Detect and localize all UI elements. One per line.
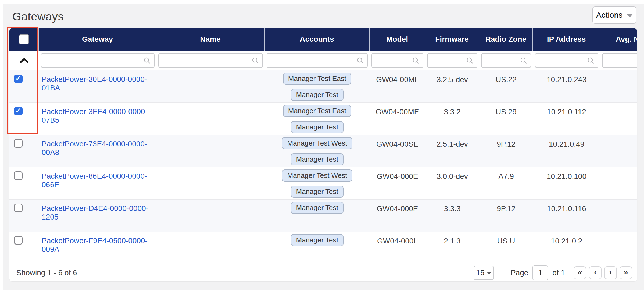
ip-address-cell: 10.21.0.116 [533, 200, 600, 232]
firmware-filter-input[interactable] [427, 53, 477, 68]
account-tag: Manager Test [291, 202, 343, 214]
avg-no-cell [600, 167, 637, 199]
account-tag: Manager Test [291, 121, 343, 133]
previous-page-button[interactable]: ‹ [589, 266, 602, 279]
avg-no-cell [600, 200, 637, 232]
table-row: PacketPower-30E4-0000-0000-01BA Manager … [9, 70, 637, 102]
chevron-right-icon: › [609, 268, 612, 277]
table-row: PacketPower-3FE4-0000-0000-07B5 Manager … [9, 102, 637, 135]
table-row: PacketPower-D4E4-0000-0000-1205 Manager … [9, 199, 637, 232]
table-row: PacketPower-73E4-0000-0000-00A8 Manager … [9, 135, 637, 167]
gateway-link[interactable]: PacketPower-86E4-0000-0000-066E [42, 172, 156, 189]
page-label: Page [511, 268, 528, 277]
accounts-cell: Manager Test West Manager Test [265, 167, 370, 199]
model-cell: GW04-00ME [370, 103, 425, 135]
table-row: PacketPower-F9E4-0500-0000-009A Manager … [9, 232, 637, 264]
firmware-cell: 2.1.3 [425, 232, 479, 264]
chevron-up-icon [20, 58, 29, 63]
name-cell [156, 167, 265, 199]
accounts-cell: Manager Test West Manager Test [265, 135, 370, 167]
row-checkbox[interactable] [14, 75, 23, 83]
firmware-cell: 3.0.0-dev [425, 167, 479, 199]
chevron-left-icon: ‹ [594, 268, 597, 277]
avg-no-cell [600, 103, 637, 135]
chevron-down-icon [627, 14, 633, 17]
gateways-page: Gateways Actions Gateway Name Accounts M… [0, 0, 644, 290]
radio-zone-cell: US.29 [479, 103, 533, 135]
page-number-input[interactable] [532, 265, 548, 280]
page-title: Gateways [12, 10, 64, 23]
ip-address-filter-input[interactable] [535, 53, 598, 68]
actions-button-label: Actions [596, 10, 622, 20]
first-page-button[interactable]: « [574, 266, 586, 279]
table-footer: Showing 1 - 6 of 6 15 Page of 1 « ‹ › » [9, 264, 637, 281]
chevron-down-icon [487, 272, 491, 275]
model-filter-input[interactable] [371, 53, 423, 68]
account-tag: Manager Test West [282, 169, 352, 182]
name-cell [156, 232, 265, 264]
page-size-select[interactable]: 15 [474, 266, 494, 280]
avg-no-cell [600, 135, 637, 167]
ip-address-cell: 10.21.0.100 [533, 167, 600, 199]
firmware-cell: 3.3.2 [425, 103, 479, 135]
row-checkbox[interactable] [14, 236, 23, 245]
name-filter-input[interactable] [158, 53, 263, 68]
account-tag: Manager Test East [283, 105, 351, 117]
gateway-link[interactable]: PacketPower-30E4-0000-0000-01BA [42, 75, 156, 92]
header-cell-model[interactable]: Model [370, 28, 425, 51]
collapse-sort-control[interactable] [11, 53, 37, 68]
account-tag: Manager Test [291, 89, 343, 101]
gateway-link[interactable]: PacketPower-F9E4-0500-0000-009A [42, 236, 156, 254]
actions-button[interactable]: Actions [592, 6, 636, 24]
row-checkbox[interactable] [14, 204, 23, 212]
name-cell [156, 103, 265, 135]
row-checkbox[interactable] [14, 171, 23, 180]
model-cell: GW04-000L [370, 232, 425, 264]
radio-zone-cell: 9P.12 [479, 200, 533, 232]
radio-zone-cell: A7.9 [479, 167, 533, 199]
row-checkbox[interactable] [14, 139, 23, 148]
gateway-filter-input[interactable] [41, 53, 155, 68]
header-cell-ip-address[interactable]: IP Address [533, 28, 600, 51]
last-page-button[interactable]: » [620, 266, 632, 279]
table-row: PacketPower-86E4-0000-0000-066E Manager … [9, 167, 637, 199]
gateway-link[interactable]: PacketPower-3FE4-0000-0000-07B5 [42, 107, 156, 125]
ip-address-cell: 10.21.0.243 [533, 70, 600, 102]
accounts-filter-input[interactable] [267, 53, 368, 68]
firmware-cell: 3.2.5-dev [425, 70, 479, 102]
accounts-cell: Manager Test East Manager Test [265, 70, 370, 102]
name-cell [156, 135, 265, 167]
model-cell: GW04-00ML [370, 70, 425, 102]
radio-zone-cell: US.U [479, 232, 533, 264]
header-cell-gateway[interactable]: Gateway [39, 28, 156, 51]
gateway-link[interactable]: PacketPower-73E4-0000-0000-00A8 [42, 140, 156, 157]
double-chevron-right-icon: » [624, 268, 628, 277]
model-cell: GW04-00SE [370, 135, 425, 167]
header-cell-avg-no[interactable]: Avg. No [600, 28, 637, 51]
filter-row [9, 51, 637, 70]
model-cell: GW04-000E [370, 200, 425, 232]
gateway-link[interactable]: PacketPower-D4E4-0000-0000-1205 [42, 204, 156, 221]
header-cell-radio-zone[interactable]: Radio Zone [479, 28, 533, 51]
account-tag: Manager Test [291, 186, 343, 198]
radio-zone-cell: 9P.12 [479, 135, 533, 167]
avg-no-cell [600, 232, 637, 264]
accounts-cell: Manager Test [265, 232, 370, 264]
ip-address-cell: 10.21.0.2 [533, 232, 600, 264]
table-header-row: Gateway Name Accounts Model Firmware Rad… [9, 28, 637, 51]
row-checkbox[interactable] [14, 107, 23, 115]
showing-count: Showing 1 - 6 of 6 [16, 268, 77, 277]
ip-address-cell: 10.21.0.49 [533, 135, 600, 167]
header-cell-select [9, 28, 39, 51]
select-all-checkbox[interactable] [19, 34, 29, 44]
next-page-button[interactable]: › [604, 266, 617, 279]
page-size-value: 15 [476, 269, 484, 277]
header-cell-name[interactable]: Name [156, 28, 265, 51]
header-cell-accounts[interactable]: Accounts [265, 28, 370, 51]
radio-zone-filter-input[interactable] [481, 53, 531, 68]
header-cell-firmware[interactable]: Firmware [425, 28, 479, 51]
ip-address-cell: 10.21.0.112 [533, 103, 600, 135]
avg-no-filter-input[interactable] [602, 53, 637, 68]
avg-no-cell [600, 70, 637, 102]
account-tag: Manager Test [291, 234, 343, 246]
